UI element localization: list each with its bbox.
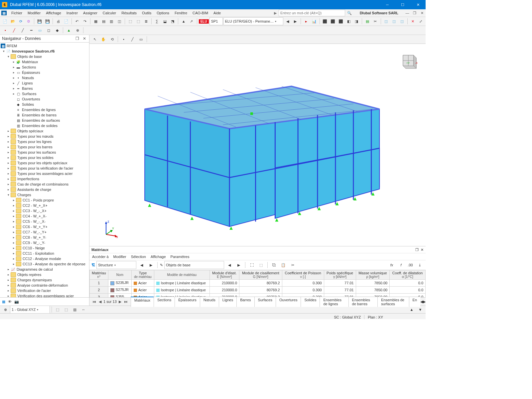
settings-icon[interactable]: ⚙	[25, 17, 32, 25]
panel-pin-icon[interactable]: ❐	[74, 36, 80, 41]
panel-close-icon[interactable]: ✕	[82, 36, 87, 41]
tree-folder[interactable]: ▸Types pour la vérification de l'acier	[0, 166, 89, 171]
tool1-icon[interactable]: ⬚	[257, 261, 265, 269]
tree-load-case[interactable]: ▸CC1 - Poids propre	[0, 198, 89, 203]
vt-box-icon[interactable]: ▭	[137, 35, 145, 43]
table-row[interactable]: 2S275JRAcierIsotrope | Linéaire élastiqu…	[90, 287, 426, 294]
panel-menu-item[interactable]: Affichage	[151, 255, 166, 259]
materials-table[interactable]: Matériaun°NomTypede matériauModèle de ma…	[89, 270, 426, 297]
sb-a-icon[interactable]: ⬚	[54, 306, 62, 313]
vt-rotate-icon[interactable]: ⟲	[108, 35, 116, 43]
panel-pin-icon[interactable]: ❐	[415, 248, 419, 252]
nav-eye-tab-icon[interactable]: 👁	[8, 300, 12, 304]
column-header[interactable]: Modèle de matériau	[154, 270, 209, 280]
tool-c-icon[interactable]: ≣	[142, 17, 150, 25]
tree-load-case[interactable]: ▸CC10 - Neige	[0, 245, 89, 251]
tree-item[interactable]: ▥Ensembles de solides	[0, 123, 89, 128]
perspective-icon[interactable]: ◨	[353, 17, 360, 25]
column-header[interactable]: Nom	[108, 270, 131, 280]
tab-scroll-right-icon[interactable]: ▶	[423, 300, 426, 304]
tree-folder[interactable]: ▸Objets repères	[0, 272, 89, 277]
column-header[interactable]: Matériaun°	[90, 270, 108, 280]
table-tab[interactable]: Barres	[236, 297, 254, 307]
first-page-icon[interactable]: ⏮	[91, 299, 97, 305]
surface-icon[interactable]: ▭	[36, 26, 44, 34]
close-button[interactable]: ✕	[410, 0, 426, 9]
tree-folder[interactable]: ▸Assistants de charge	[0, 187, 89, 192]
paste-icon[interactable]: 📋	[279, 261, 287, 269]
next2-icon[interactable]: ▶	[235, 261, 243, 269]
menu-résultats[interactable]: Résultats	[119, 10, 139, 16]
table-tab[interactable]: Nœuds	[200, 297, 219, 307]
tree-folder[interactable]: ▸Imperfections	[0, 176, 89, 182]
color-icon[interactable]: ▤	[364, 17, 371, 25]
view-mode-2-icon[interactable]: ▤	[100, 17, 107, 25]
tool-e-icon[interactable]: ⬓	[161, 17, 169, 25]
mdi-minimize[interactable]: —	[405, 11, 410, 15]
menu-assigner[interactable]: Assigner	[80, 10, 100, 16]
fxx-icon[interactable]: f	[397, 261, 405, 269]
tree-item[interactable]: ▸🧩Matériaux	[0, 59, 89, 65]
table-tab[interactable]: En	[409, 297, 420, 307]
menu-calculer[interactable]: Calculer	[100, 10, 119, 16]
nav-camera-tab-icon[interactable]: 📷	[14, 300, 19, 304]
prev-icon[interactable]: ◀	[138, 261, 146, 269]
next-case-icon[interactable]: ▶	[292, 17, 299, 25]
export-icon[interactable]: ⤓	[416, 261, 424, 269]
line-icon[interactable]: ╱	[10, 26, 18, 34]
menu-affichage[interactable]: Affichage	[43, 10, 64, 16]
tree-root[interactable]: ▦ RFEM	[0, 43, 89, 49]
vt-hand-icon[interactable]: ✋	[99, 35, 107, 43]
tree-item[interactable]: ▸•Nœuds	[0, 75, 89, 80]
tree-folder[interactable]: ▸Types pour les lignes	[0, 139, 89, 144]
table-tab[interactable]: Lignes	[219, 297, 237, 307]
sb-d-icon[interactable]: ↔	[79, 306, 87, 313]
member-icon[interactable]: ━	[27, 26, 35, 34]
fx-icon[interactable]: fx	[388, 261, 396, 269]
tree-load-case[interactable]: ▸CC8 - W_+_Y-	[0, 235, 89, 240]
menu-aide[interactable]: Aide	[211, 10, 223, 16]
search-icon[interactable]: 🔍	[347, 11, 352, 15]
tool-g-icon[interactable]: ▲	[180, 17, 187, 25]
node-icon[interactable]: •	[1, 26, 9, 34]
filter-icon[interactable]: ⛶	[248, 261, 256, 269]
tree-load-case[interactable]: ▸CC7 - W_-_Y+	[0, 229, 89, 235]
column-header[interactable]: Masse volumiqueρ [kg/m³]	[356, 270, 390, 280]
support-icon[interactable]: ▲	[65, 26, 73, 34]
panel-close-icon[interactable]: ✕	[421, 248, 424, 252]
sb-c-icon[interactable]: ▥	[71, 306, 79, 313]
table-tab[interactable]: Ensembles de surfaces	[377, 297, 409, 307]
view-mode-1-icon[interactable]: ▦	[92, 17, 99, 25]
tool-h-icon[interactable]: ↗	[188, 17, 195, 25]
menu-outils[interactable]: Outils	[139, 10, 154, 16]
tree-item[interactable]: ▸━Barres	[0, 86, 89, 91]
menu-insérer[interactable]: Insérer	[64, 10, 80, 16]
view-iso-icon[interactable]: ◧	[345, 17, 352, 25]
solid-icon[interactable]: ◆	[53, 26, 61, 34]
refresh-icon[interactable]: ⟳	[17, 17, 25, 25]
table-tab[interactable]: Sections	[154, 297, 175, 307]
cube-x-icon[interactable]: ✕	[409, 17, 417, 25]
menu-options[interactable]: Options	[154, 10, 172, 16]
vt-node-icon[interactable]: •	[120, 35, 128, 43]
tree-folder[interactable]: ▸Objets spéciaux	[0, 128, 89, 134]
panel-menu-item[interactable]: Sélection	[131, 255, 146, 259]
view-mode-4-icon[interactable]: ◫	[116, 17, 123, 25]
tree-item[interactable]: ▸▭Épaisseurs	[0, 70, 89, 75]
tree-charges[interactable]: ▾ Charges	[0, 192, 89, 198]
keyword-search-input[interactable]	[279, 10, 345, 16]
table-tab[interactable]: Ensembles de barres	[348, 297, 378, 307]
flag-icon[interactable]: ▸	[303, 17, 310, 25]
tab-scroll-left-icon[interactable]: ◀	[420, 300, 423, 304]
table-tab[interactable]: Surfaces	[254, 297, 276, 307]
coord-system-icon[interactable]: ⊕	[1, 306, 9, 313]
tree-item[interactable]: ▸▬Sections	[0, 65, 89, 70]
panel-menu-item[interactable]: Modifier	[113, 255, 126, 259]
report-icon[interactable]: 📄	[63, 17, 70, 25]
cube-select-icon[interactable]: ◫	[382, 17, 390, 25]
menu-fenêtre[interactable]: Fenêtre	[172, 10, 190, 16]
tool-b-icon[interactable]: ⬚	[135, 17, 142, 25]
sb-down-icon[interactable]: ▼	[416, 306, 424, 313]
search-play-icon[interactable]: ▶	[274, 11, 277, 15]
column-header[interactable]: Module de cisaillementG [N/mm²]	[239, 270, 282, 280]
